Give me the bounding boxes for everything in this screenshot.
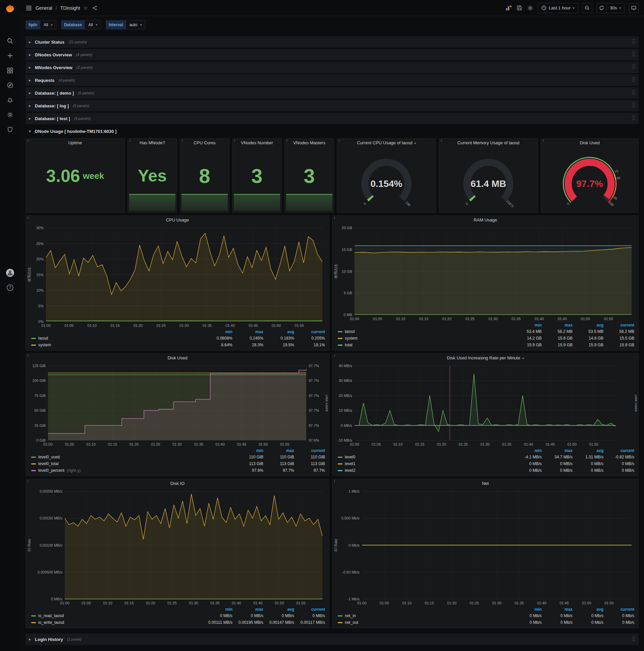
panel-info-icon[interactable]: i: [339, 138, 340, 142]
panel-title[interactable]: Current Memory Usage of taosd: [439, 138, 538, 147]
net-chart[interactable]: -1 Mb/s-0.50 Mb/s0 Mb/s0.500 Mb/s1 Mb/s0…: [334, 488, 637, 606]
panel-info-icon[interactable]: i: [129, 138, 130, 142]
panel-title[interactable]: VNodes Number: [232, 138, 282, 147]
variable-value-fqdn[interactable]: All▾: [40, 20, 56, 30]
drag-handle[interactable]: [632, 77, 635, 84]
share-icon[interactable]: [91, 5, 98, 11]
ram-usage-legend[interactable]: minmaxavgcurrenttaosd53.4 MB56.2 MB53.5 …: [338, 322, 634, 348]
disk-rate-chart[interactable]: -10 MB/s0 MB/s10 MB/s20 MB/s30 MB/s40 MB…: [334, 363, 637, 447]
drag-handle[interactable]: [632, 39, 635, 45]
row-cluster-status[interactable]: ▸ Cluster Status(21 panels): [26, 36, 639, 48]
panel-info-icon[interactable]: i: [28, 354, 29, 358]
legend-series[interactable]: level0: [338, 454, 511, 460]
drag-handle[interactable]: [632, 90, 635, 96]
refresh-button[interactable]: [597, 3, 606, 13]
legend-series[interactable]: level0_total: [31, 460, 232, 467]
add-panel-icon[interactable]: [506, 5, 512, 11]
dashboard-grid-icon[interactable]: [26, 5, 32, 11]
panel-title[interactable]: Has MNode?: [128, 138, 177, 147]
panel-title[interactable]: Current CPU Usage of taosd▾: [337, 138, 436, 147]
legend-series[interactable]: io_write_taosd: [31, 619, 201, 626]
panel-title[interactable]: CPU Cores: [180, 138, 229, 147]
panel-info-icon[interactable]: i: [334, 216, 335, 219]
panel-info-icon[interactable]: i: [286, 138, 287, 142]
legend-series[interactable]: taosd: [338, 328, 511, 335]
legend-series[interactable]: total: [338, 342, 511, 348]
disk-used-chart[interactable]: 0 GiB97.6%25 GiB97.7%50 GiB97.7%75 GiB97…: [27, 363, 328, 447]
row-database-demo[interactable]: ▸ Database: [ demo ](5 panels): [26, 87, 639, 99]
panel-info-icon[interactable]: i: [334, 354, 335, 358]
create-plus-icon[interactable]: [7, 52, 13, 59]
ram-usage-chart[interactable]: 0 MB5 GB10 GB15 GB20 GB01:0001:0501:1001…: [334, 224, 637, 321]
breadcrumb-section[interactable]: General: [36, 5, 52, 11]
legend-series[interactable]: io_read_taosd: [31, 612, 201, 619]
zoom-out-button[interactable]: [582, 3, 592, 13]
row-dnode-usage-expanded[interactable]: ▾ DNode Usage [ huolinhe-TM1701:6030 ]: [26, 125, 639, 137]
svg-text:100: 100: [405, 200, 412, 207]
explore-compass-icon[interactable]: [7, 82, 13, 89]
legend-series[interactable]: level0_used: [31, 454, 232, 460]
star-icon[interactable]: ☆: [84, 5, 88, 11]
drag-handle[interactable]: [632, 116, 635, 122]
row-requests[interactable]: ▸ Requests(4 panels): [26, 74, 639, 86]
panel-title[interactable]: VNodes Masters: [285, 138, 334, 147]
legend-series[interactable]: taosd: [31, 335, 201, 342]
panel-info-icon[interactable]: i: [234, 138, 235, 142]
alerting-bell-icon[interactable]: [7, 97, 13, 103]
cpu-usage-chart[interactable]: 0%5%10%15%20%25%30%01:0001:0501:1001:150…: [27, 224, 328, 328]
time-range-picker[interactable]: Last 1 hour ▾: [538, 3, 578, 13]
panel-title[interactable]: Net: [332, 479, 638, 488]
panel-info-icon[interactable]: i: [28, 216, 29, 219]
server-admin-shield-icon[interactable]: [7, 126, 13, 133]
tv-mode-button[interactable]: [629, 3, 639, 13]
disk-io-legend[interactable]: minmaxavgcurrentio_read_taosd0 MB/s0 MB/…: [31, 607, 325, 626]
panel-title[interactable]: RAM Usage: [332, 216, 638, 224]
svg-text:97.7%: 97.7%: [309, 408, 319, 412]
user-avatar[interactable]: [6, 269, 12, 275]
panel-title[interactable]: Uptime: [26, 138, 124, 147]
panel-title[interactable]: CPU Usage: [26, 216, 329, 224]
help-icon[interactable]: ?: [6, 284, 13, 290]
panel-title[interactable]: Disk Used: [26, 354, 329, 363]
panel-info-icon[interactable]: i: [334, 479, 335, 483]
panel-settings-gear-icon[interactable]: [527, 5, 534, 11]
legend-series[interactable]: level0_percent(right-y): [31, 467, 232, 474]
save-icon[interactable]: [516, 5, 523, 11]
cpu-usage-legend[interactable]: minmaxavgcurrenttaosd0.0808%0.245%0.183%…: [31, 329, 325, 348]
panel-info-icon[interactable]: i: [182, 138, 183, 142]
drag-handle[interactable]: [632, 64, 635, 71]
panel-title[interactable]: Disk Used: [541, 138, 638, 147]
row-database-log[interactable]: ▸ Database: [ log ](5 panels): [26, 100, 639, 112]
drag-handle[interactable]: [632, 52, 635, 58]
variable-value-database[interactable]: All▾: [85, 20, 101, 30]
refresh-interval-dropdown[interactable]: 30s ▾: [606, 3, 625, 13]
dashboards-icon[interactable]: [7, 67, 13, 74]
legend-series[interactable]: net_in: [338, 612, 511, 619]
row-dnodes-overview[interactable]: ▸ DNodes Overview(4 panels): [26, 49, 639, 60]
panel-info-icon[interactable]: i: [441, 138, 442, 142]
disk-used-legend[interactable]: minmaxcurrentlevel0_used110 GiB110 GiB11…: [31, 447, 325, 474]
panel-info-icon[interactable]: i: [28, 479, 29, 483]
net-legend[interactable]: minmaxavgcurrentnet_in0 Mb/s0 Mb/s0 Mb/s…: [338, 607, 634, 626]
row-database-test[interactable]: ▸ Database: [ test ](5 panels): [26, 113, 639, 124]
grafana-logo-icon[interactable]: [5, 3, 15, 14]
legend-series[interactable]: system: [338, 335, 511, 342]
breadcrumb-title[interactable]: TDinsight: [60, 5, 80, 11]
legend-series[interactable]: level2: [338, 467, 511, 474]
variable-value-interval[interactable]: auto▾: [126, 20, 146, 30]
row-mnodes-overview[interactable]: ▸ MNodes Overview(2 panels): [26, 62, 639, 73]
search-icon[interactable]: [7, 38, 13, 44]
disk-rate-legend[interactable]: minmaxavgcurrentlevel0-4.1 MB/s34.7 MB/s…: [338, 447, 634, 474]
panel-title[interactable]: Disk IO: [26, 479, 329, 488]
legend-series[interactable]: net_out: [338, 619, 511, 626]
legend-series[interactable]: system: [31, 342, 201, 348]
legend-series[interactable]: level1: [338, 460, 511, 467]
drag-handle[interactable]: [632, 103, 635, 109]
drag-handle[interactable]: [632, 636, 635, 643]
panel-title[interactable]: Disk Used Increasing Rate per Minute▾: [332, 354, 638, 363]
panel-info-icon[interactable]: i: [543, 138, 544, 142]
row-login-history[interactable]: ▸ Login History(1 panel): [26, 633, 639, 645]
panel-info-icon[interactable]: i: [28, 138, 29, 142]
configuration-gear-icon[interactable]: [7, 112, 13, 118]
disk-io-chart[interactable]: 0 MB/s0.000500 MB/s0.00100 MB/s0.00150 M…: [27, 488, 328, 606]
